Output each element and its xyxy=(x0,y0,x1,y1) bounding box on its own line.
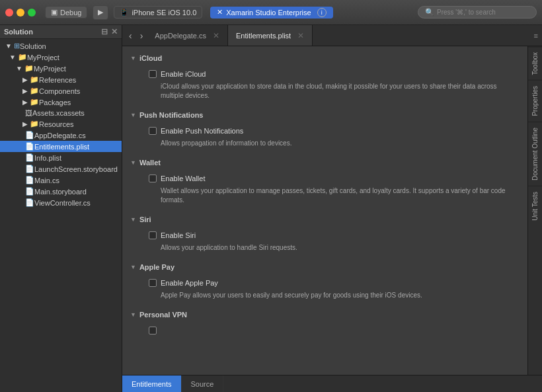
sidebar-icon-close[interactable]: ✕ xyxy=(111,27,118,36)
vpn-title: Personal VPN xyxy=(139,311,187,319)
project-expand-icon: ▼ xyxy=(9,54,16,61)
tree-item-viewcontroller[interactable]: 📄 ViewController.cs xyxy=(0,197,122,208)
tab-entitlements-label: Entitlements.plist xyxy=(236,32,291,40)
play-button[interactable]: ▶ xyxy=(93,5,108,20)
maximize-button[interactable] xyxy=(28,9,36,17)
tree-item-launchscreen[interactable]: 📄 LaunchScreen.storyboard xyxy=(0,163,122,175)
bottom-tab-source[interactable]: Source xyxy=(182,375,224,392)
maincs-file-icon: 📄 xyxy=(25,176,34,184)
project-icon: ▼ xyxy=(16,65,22,72)
tree-item-resources[interactable]: ▶ 📁 Resources xyxy=(0,118,122,130)
info-icon: i xyxy=(317,8,327,17)
siri-description: Allows your application to handle Siri r… xyxy=(149,243,514,253)
applepay-description: Apple Pay allows your users to easily an… xyxy=(149,291,514,300)
section-icloud-body: Enable iCloud iCloud allows your applica… xyxy=(122,65,527,106)
tab-nav-back[interactable]: ‹ xyxy=(125,25,136,46)
debug-icon: ▣ xyxy=(51,8,58,17)
debug-button[interactable]: ▣ Debug xyxy=(45,6,87,19)
section-push: ▼ Push Notifications Enable Push Notific… xyxy=(122,108,527,153)
tree-item-myproject-root[interactable]: ▼ 📁 MyProject xyxy=(0,52,122,63)
applepay-title: Apple Pay xyxy=(139,263,174,271)
side-tab-properties[interactable]: Properties xyxy=(528,80,542,122)
traffic-lights xyxy=(5,9,36,17)
sidebar-header-icons: ⊟ ✕ xyxy=(101,27,118,36)
icloud-enable-row: Enable iCloud xyxy=(149,70,514,78)
tree-item-assets[interactable]: 🖼 Assets.xcassets xyxy=(0,108,122,118)
wallet-enable-row: Enable Wallet xyxy=(149,175,514,182)
right-panel: ‹ › AppDelegate.cs ✕ Entitlements.plist … xyxy=(122,25,542,392)
sidebar-tree: ▼ ⊞ Solution ▼ 📁 MyProject ▼ 📁 MyProject… xyxy=(0,39,122,392)
side-tab-unit-tests-label: Unit Tests xyxy=(531,192,539,221)
tabs-overflow-icon[interactable]: ≡ xyxy=(534,32,538,40)
icloud-description: iCloud allows your application to store … xyxy=(149,82,514,100)
wallet-title: Wallet xyxy=(139,159,161,167)
xamarin-badge: ✕ Xamarin Studio Enterprise i xyxy=(210,7,332,19)
search-icon: 🔍 xyxy=(425,8,434,17)
section-wallet-body: Enable Wallet Wallet allows your applica… xyxy=(122,169,527,210)
push-description: Allows propagation of information to dev… xyxy=(149,139,514,148)
bottom-tabs: Entitlements Source xyxy=(122,375,542,392)
section-siri-body: Enable Siri Allows your application to h… xyxy=(122,226,527,258)
tabs-bar: ‹ › AppDelegate.cs ✕ Entitlements.plist … xyxy=(122,25,542,46)
device-selector[interactable]: 📱 iPhone SE iOS 10.0 xyxy=(114,6,202,19)
push-enable-row: Enable Push Notifications xyxy=(149,127,514,135)
side-tab-toolbox[interactable]: Toolbox xyxy=(528,46,542,80)
icloud-arrow-icon: ▼ xyxy=(130,55,136,61)
tree-item-myproject[interactable]: ▼ 📁 MyProject xyxy=(0,63,122,74)
icloud-checkbox[interactable] xyxy=(149,70,157,78)
tab-nav-forward[interactable]: › xyxy=(136,25,147,46)
solution-icon: ▼ xyxy=(5,42,12,50)
sidebar: Solution ⊟ ✕ ▼ ⊞ Solution ▼ 📁 MyProject xyxy=(0,25,122,392)
tree-item-appdelegate[interactable]: 📄 AppDelegate.cs xyxy=(0,130,122,141)
icloud-enable-label: Enable iCloud xyxy=(161,70,206,78)
search-bar[interactable]: 🔍 Press '⌘,' to search xyxy=(418,6,537,19)
push-checkbox[interactable] xyxy=(149,127,157,135)
tree-item-maincs[interactable]: 📄 Main.cs xyxy=(0,175,122,186)
tree-item-references[interactable]: ▶ 📁 References xyxy=(0,74,122,85)
section-siri-header[interactable]: ▼ Siri xyxy=(122,213,527,226)
side-tab-document-outline[interactable]: Document Outline xyxy=(528,122,542,186)
right-side-panel: Toolbox Properties Document Outline Unit… xyxy=(527,46,542,375)
section-applepay-header[interactable]: ▼ Apple Pay xyxy=(122,260,527,274)
mainstoryboard-file-icon: 📄 xyxy=(25,187,34,196)
sidebar-icon-minus[interactable]: ⊟ xyxy=(101,27,108,36)
tree-item-info[interactable]: 📄 Info.plist xyxy=(0,152,122,163)
tab-appdelegate[interactable]: AppDelegate.cs ✕ xyxy=(147,25,228,46)
wallet-enable-label: Enable Wallet xyxy=(161,175,205,182)
section-push-body: Enable Push Notifications Allows propaga… xyxy=(122,122,527,153)
tab-entitlements[interactable]: Entitlements.plist ✕ xyxy=(228,25,313,46)
main-content: ▼ iCloud Enable iCloud iCloud allows you… xyxy=(122,46,527,375)
tree-item-solution[interactable]: ▼ ⊞ Solution xyxy=(0,40,122,52)
vpn-checkbox[interactable] xyxy=(149,327,157,334)
side-tab-toolbox-label: Toolbox xyxy=(531,52,539,75)
entitlements-file-icon: 📄 xyxy=(25,142,34,151)
tree-item-components[interactable]: ▶ 📁 Components xyxy=(0,85,122,97)
close-button[interactable] xyxy=(5,9,13,17)
side-tab-unit-tests[interactable]: Unit Tests xyxy=(528,186,542,226)
tabs-bar-end: ≡ xyxy=(534,25,542,46)
tree-item-packages[interactable]: ▶ 📁 Packages xyxy=(0,97,122,108)
tab-appdelegate-close[interactable]: ✕ xyxy=(213,31,219,40)
siri-checkbox[interactable] xyxy=(149,231,157,239)
tab-appdelegate-label: AppDelegate.cs xyxy=(155,32,206,40)
bottom-tab-entitlements[interactable]: Entitlements xyxy=(122,375,182,392)
tree-item-entitlements[interactable]: 📄 Entitlements.plist xyxy=(0,141,122,152)
tree-item-mainstoryboard[interactable]: 📄 Main.storyboard xyxy=(0,186,122,197)
section-icloud-header[interactable]: ▼ iCloud xyxy=(122,52,527,65)
bottom-tab-source-label: Source xyxy=(191,380,214,388)
section-applepay-body: Enable Apple Pay Apple Pay allows your u… xyxy=(122,274,527,305)
sidebar-header: Solution ⊟ ✕ xyxy=(0,25,122,39)
applepay-checkbox[interactable] xyxy=(149,279,157,287)
project-icon2: 📁 xyxy=(24,64,34,73)
tab-entitlements-close[interactable]: ✕ xyxy=(297,31,304,40)
icloud-title: iCloud xyxy=(139,54,162,62)
wallet-checkbox[interactable] xyxy=(149,175,157,182)
minimize-button[interactable] xyxy=(17,9,24,17)
section-wallet-header[interactable]: ▼ Wallet xyxy=(122,156,527,169)
sidebar-title: Solution xyxy=(4,28,33,36)
section-vpn-header[interactable]: ▼ Personal VPN xyxy=(122,308,527,321)
section-push-header[interactable]: ▼ Push Notifications xyxy=(122,108,527,122)
section-icloud: ▼ iCloud Enable iCloud iCloud allows you… xyxy=(122,52,527,106)
wallet-description: Wallet allows your application to manage… xyxy=(149,186,514,205)
applepay-enable-label: Enable Apple Pay xyxy=(161,279,218,287)
